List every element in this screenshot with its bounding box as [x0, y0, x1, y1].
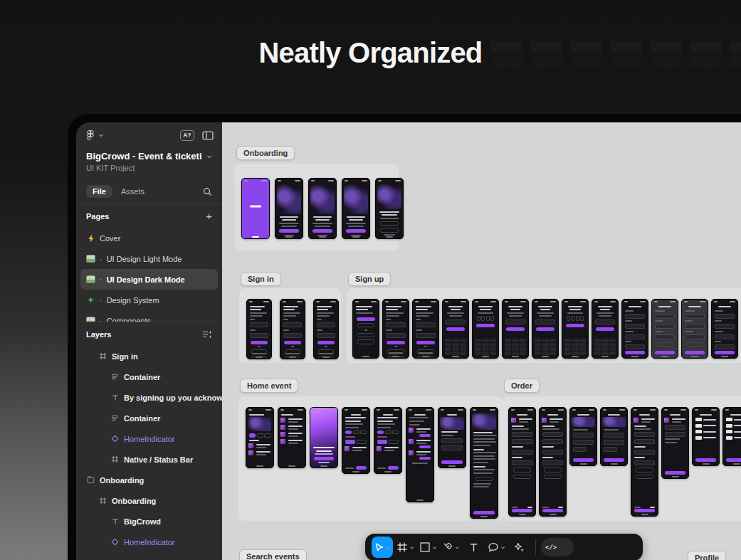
- section-label-sign-up[interactable]: Sign up: [348, 272, 391, 286]
- tab-assets[interactable]: Assets: [121, 187, 144, 196]
- text-icon: [110, 518, 120, 525]
- phone-thumbnail-tickets[interactable]: [406, 407, 434, 502]
- phone-thumbnail-checkout[interactable]: [631, 407, 658, 517]
- phone-thumbnail-keypad[interactable]: [442, 299, 469, 359]
- phone-thumbnail-gray[interactable]: [681, 299, 708, 359]
- layer-label: Onboarding: [100, 476, 144, 485]
- layer-row-sign-in[interactable]: Sign in: [76, 346, 222, 366]
- toggle-panel-icon[interactable]: [202, 131, 214, 140]
- canvas[interactable]: </> OnboardingSign inSign upHome eventOr…: [222, 122, 741, 560]
- phone-thumbnail-whiterows[interactable]: [722, 407, 741, 466]
- phone-thumbnail-keypad2[interactable]: [562, 299, 589, 359]
- section-onboarding[interactable]: [235, 164, 399, 250]
- phone-thumbnail-cover[interactable]: [310, 407, 338, 468]
- phone-thumbnail-form[interactable]: [313, 299, 339, 359]
- layers-header: Layers: [86, 330, 111, 339]
- move-tool[interactable]: [372, 537, 393, 558]
- phone-thumbnail-keypad[interactable]: [502, 299, 529, 359]
- add-page-button[interactable]: +: [206, 210, 212, 222]
- layer-row-container[interactable]: Container: [76, 408, 222, 428]
- phone-thumbnail-home[interactable]: [246, 407, 274, 468]
- phone-thumbnail-onboard[interactable]: [342, 178, 370, 239]
- phone-thumbnail-onboard[interactable]: [308, 178, 337, 239]
- phone-thumbnail-onboard2[interactable]: [375, 178, 404, 239]
- layer-row-onboarding[interactable]: Onboarding: [76, 490, 222, 511]
- section-label-search-events[interactable]: Search events: [239, 549, 307, 560]
- layers-sort-icon[interactable]: [202, 330, 212, 339]
- page-item-label: UI Design Light Mode: [107, 255, 182, 263]
- section-sign-in[interactable]: [239, 288, 341, 363]
- phone-thumbnail-onboard[interactable]: [275, 178, 303, 239]
- phone-thumbnail-longdetail[interactable]: [470, 407, 498, 519]
- phone-thumbnail-feed[interactable]: [278, 407, 306, 468]
- section-order[interactable]: [503, 396, 741, 521]
- layer-row-native-status-bar[interactable]: Native / Status Bar: [76, 449, 222, 470]
- phone-thumbnail-detail[interactable]: [342, 407, 370, 474]
- chevron-down-icon[interactable]: [98, 132, 104, 138]
- chevron-down-icon[interactable]: [432, 545, 437, 550]
- chevron-down-icon[interactable]: [409, 545, 414, 550]
- phone-thumbnail-form[interactable]: [246, 299, 272, 359]
- chevron-down-icon[interactable]: [386, 545, 391, 550]
- phone-thumbnail-profile[interactable]: [621, 299, 648, 359]
- pen-tool[interactable]: [440, 537, 461, 558]
- phone-thumbnail-formcta[interactable]: [352, 299, 379, 359]
- section-home-event[interactable]: [238, 396, 503, 521]
- page-item-components[interactable]: ·Components: [76, 310, 222, 322]
- page-item-ui-design-light-mode[interactable]: ·UI Design Light Mode: [76, 248, 222, 269]
- frame-icon: [98, 497, 107, 504]
- phone-thumbnail-form[interactable]: [280, 299, 305, 359]
- phone-thumbnail-keypad[interactable]: [532, 299, 559, 359]
- phone-thumbnail-summary[interactable]: [661, 407, 689, 479]
- comment-tool[interactable]: [485, 537, 507, 558]
- missing-fonts-badge[interactable]: A?: [180, 130, 194, 141]
- phone-thumbnail-payment[interactable]: [569, 407, 597, 466]
- file-name[interactable]: BigCrowd - Event & ticketin...: [86, 151, 202, 162]
- phone-thumbnail-payment[interactable]: [600, 407, 628, 466]
- ghost-strip-2: [491, 57, 741, 68]
- page-item-ui-design-dark-mode[interactable]: ·UI Design Dark Mode: [80, 269, 218, 290]
- shape-tool[interactable]: [417, 537, 438, 558]
- file-name-chevron-icon[interactable]: [206, 154, 212, 159]
- figma-logo-menu[interactable]: [86, 130, 95, 142]
- layer-row-onboarding[interactable]: Onboarding: [76, 470, 222, 490]
- search-icon[interactable]: [203, 187, 212, 196]
- phone-thumbnail-gray[interactable]: [651, 299, 678, 359]
- phone-thumbnail-splash[interactable]: [241, 178, 270, 239]
- phone-thumbnail-profile[interactable]: [711, 299, 738, 359]
- page-item-label: Components: [107, 317, 151, 322]
- phone-thumbnail-checkout[interactable]: [508, 407, 536, 517]
- picture-icon: [86, 275, 95, 283]
- phone-thumbnail-checkout[interactable]: [539, 407, 567, 517]
- phone-thumbnail-detail[interactable]: [374, 407, 402, 474]
- actions-tool[interactable]: [508, 537, 530, 558]
- frame-tool[interactable]: [394, 537, 416, 558]
- page-item-label: Cover: [100, 234, 120, 243]
- chevron-down-icon[interactable]: [455, 545, 460, 550]
- layer-row-bigcrowd[interactable]: BigCrowd: [76, 511, 222, 532]
- picture-icon: [86, 255, 95, 263]
- phone-thumbnail-whiterows[interactable]: [692, 407, 720, 466]
- tab-file[interactable]: File: [86, 185, 112, 198]
- section-sign-up[interactable]: [347, 288, 741, 363]
- phone-thumbnail-keypad2[interactable]: [472, 299, 499, 359]
- layer-row-container[interactable]: Container: [76, 366, 222, 387]
- section-label-onboarding[interactable]: Onboarding: [236, 146, 295, 160]
- section-label-order[interactable]: Order: [504, 379, 540, 393]
- chevron-down-icon[interactable]: [500, 545, 505, 550]
- phone-thumbnail-form[interactable]: [382, 299, 409, 359]
- section-label-sign-in[interactable]: Sign in: [241, 272, 281, 286]
- section-label-home-event[interactable]: Home event: [240, 379, 298, 393]
- section-label-profile[interactable]: Profile: [688, 551, 726, 560]
- dev-mode-toggle[interactable]: </>: [541, 538, 574, 556]
- page-item-design-system[interactable]: ·Design System: [76, 290, 222, 310]
- phone-thumbnail-form[interactable]: [412, 299, 439, 359]
- phone-thumbnail-keypad[interactable]: [592, 299, 619, 359]
- layer-row-homeindicator[interactable]: HomeIndicator: [76, 532, 222, 552]
- page-item-cover[interactable]: Cover: [76, 228, 222, 248]
- text-tool[interactable]: [463, 537, 484, 558]
- page-item-label: Design System: [107, 296, 159, 305]
- layer-row-homeindicator[interactable]: HomeIndicator: [76, 428, 222, 449]
- phone-thumbnail-order[interactable]: [438, 407, 466, 468]
- layer-row-by-signing-up-you-acknowled[interactable]: By signing up you acknowled: [76, 387, 222, 408]
